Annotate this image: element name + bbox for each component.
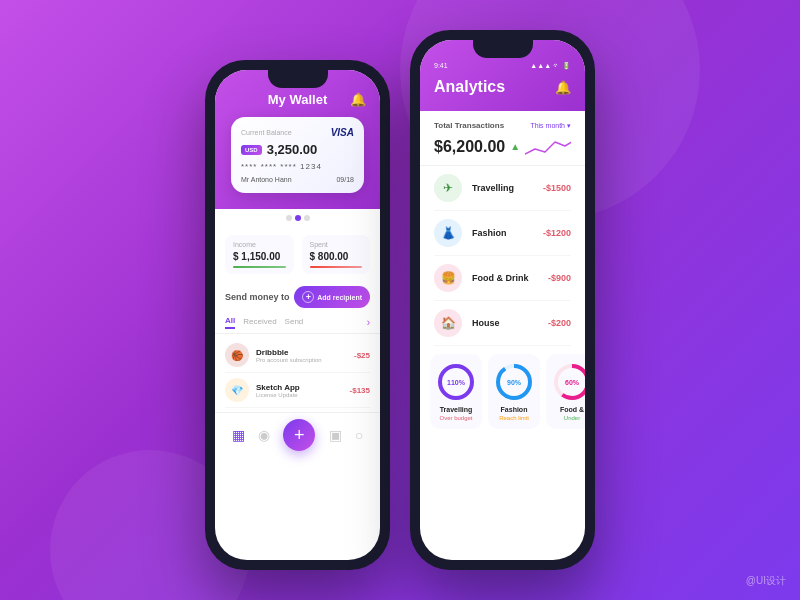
phone-1: My Wallet 🔔 Current Balance VISA USD 3,2… [205, 60, 390, 570]
sketch-name: Sketch App [256, 383, 350, 392]
fashion-budget-label: Fashion [494, 406, 534, 413]
budget-card-travelling: 110% Travelling Over budget [430, 354, 482, 429]
sketch-icon: 💎 [225, 378, 249, 402]
dribbble-info: Dribbble Pro account subscription [256, 348, 354, 363]
phone-2: 9:41 ▲▲▲ ᯤ 🔋 Analytics 🔔 Total Transacti… [410, 30, 595, 570]
tabs-arrow-icon: › [367, 317, 370, 328]
list-item: 🏠 House -$200 [434, 301, 571, 346]
fashion-budget-status: Reach limit [494, 415, 534, 421]
list-item: 🍔 Food & Drink -$900 [434, 256, 571, 301]
status-bar: 9:41 ▲▲▲ ᯤ 🔋 [434, 62, 571, 70]
travelling-amount: -$1500 [543, 183, 571, 193]
status-time: 9:41 [434, 62, 448, 70]
travel-icon: ✈ [434, 174, 462, 202]
fashion-icon: 👗 [434, 219, 462, 247]
sketch-amount: -$135 [350, 386, 370, 395]
up-arrow-icon: ▲ [510, 141, 520, 152]
dot-3 [304, 215, 310, 221]
food-budget-status: Under [552, 415, 585, 421]
card-indicator-dots [215, 215, 380, 221]
fashion-amount: -$1200 [543, 228, 571, 238]
dribbble-amount: -$25 [354, 351, 370, 360]
sketch-info: Sketch App License Update [256, 383, 350, 398]
filter-chevron-icon: ▾ [567, 122, 571, 130]
nav-chart-icon[interactable]: ◉ [258, 427, 270, 443]
travelling-budget-status: Over budget [436, 415, 476, 421]
nav-plus-button[interactable]: + [283, 419, 315, 451]
card-holder-name: Mr Antono Hann [241, 176, 292, 183]
phone-1-title: My Wallet [229, 92, 366, 107]
dot-2 [295, 215, 301, 221]
plus-icon: + [302, 291, 314, 303]
dot-1 [286, 215, 292, 221]
house-amount: -$200 [548, 318, 571, 328]
sparkline-chart [525, 134, 571, 159]
watermark: @UI设计 [746, 574, 786, 588]
phones-container: My Wallet 🔔 Current Balance VISA USD 3,2… [205, 30, 595, 570]
card-balance: 3,250.00 [267, 142, 318, 157]
income-bar [233, 266, 286, 268]
tab-received[interactable]: Received [243, 317, 276, 328]
wallet-card: Current Balance VISA USD 3,250.00 **** *… [231, 117, 364, 193]
travelling-budget-label: Travelling [436, 406, 476, 413]
income-value: $ 1,150.00 [233, 251, 286, 262]
transaction-tabs: All Received Send › [215, 314, 380, 334]
list-item: ✈ Travelling -$1500 [434, 166, 571, 211]
spent-box: Spent $ 800.00 [302, 235, 371, 274]
house-label: House [472, 318, 548, 328]
food-icon: 🍔 [434, 264, 462, 292]
fashion-percent: 90% [507, 379, 521, 386]
food-amount: -$900 [548, 273, 571, 283]
card-number: **** **** **** 1234 [241, 162, 354, 171]
add-recipient-label: Add recipient [317, 294, 362, 301]
card-expiry: 09/18 [336, 176, 354, 183]
total-amount: $6,200.00 [434, 138, 505, 156]
phone-2-notch [473, 40, 533, 58]
analytics-bell-icon: 🔔 [555, 80, 571, 95]
sketch-sub: License Update [256, 392, 350, 398]
send-section: Send money to + Add recipient [215, 282, 380, 314]
budget-card-food: 60% Food & Under [546, 354, 585, 429]
income-label: Income [233, 241, 286, 248]
phone-1-header: My Wallet 🔔 Current Balance VISA USD 3,2… [215, 70, 380, 209]
table-row: 🏀 Dribbble Pro account subscription -$25 [225, 338, 370, 373]
food-budget-label: Food & [552, 406, 585, 413]
phone-2-screen: 9:41 ▲▲▲ ᯤ 🔋 Analytics 🔔 Total Transacti… [420, 40, 585, 560]
fashion-label: Fashion [472, 228, 543, 238]
income-box: Income $ 1,150.00 [225, 235, 294, 274]
visa-logo: VISA [331, 127, 354, 138]
budget-card-fashion: 90% Fashion Reach limit [488, 354, 540, 429]
nav-user-icon[interactable]: ○ [355, 427, 363, 443]
dribbble-icon: 🏀 [225, 343, 249, 367]
phone-1-bell: 🔔 [350, 92, 366, 107]
spent-label: Spent [310, 241, 363, 248]
stats-row: Income $ 1,150.00 Spent $ 800.00 [215, 227, 380, 282]
list-item: 👗 Fashion -$1200 [434, 211, 571, 256]
travelling-percent: 110% [447, 379, 465, 386]
tab-all[interactable]: All [225, 316, 235, 329]
total-transactions-section: Total Transactions This month ▾ $6,200.0… [420, 111, 585, 166]
usd-badge: USD [241, 145, 262, 155]
phone-1-notch [268, 70, 328, 88]
house-icon: 🏠 [434, 309, 462, 337]
nav-wallet-icon[interactable]: ▦ [232, 427, 245, 443]
travelling-label: Travelling [472, 183, 543, 193]
analytics-title: Analytics [434, 78, 505, 96]
send-label: Send money to [225, 292, 290, 302]
bottom-nav: ▦ ◉ + ▣ ○ [215, 412, 380, 459]
total-tx-label: Total Transactions [434, 121, 504, 130]
transaction-list: 🏀 Dribbble Pro account subscription -$25… [215, 334, 380, 412]
dribbble-sub: Pro account subscription [256, 357, 354, 363]
time-filter[interactable]: This month ▾ [530, 122, 571, 130]
food-label: Food & Drink [472, 273, 548, 283]
spent-value: $ 800.00 [310, 251, 363, 262]
nav-monitor-icon[interactable]: ▣ [329, 427, 342, 443]
phone-1-screen: My Wallet 🔔 Current Balance VISA USD 3,2… [215, 70, 380, 560]
category-list: ✈ Travelling -$1500 👗 Fashion -$1200 🍔 F… [420, 166, 585, 346]
budget-row: 110% Travelling Over budget 90% Fashion [420, 346, 585, 437]
spent-bar [310, 266, 363, 268]
table-row: 💎 Sketch App License Update -$135 [225, 373, 370, 408]
add-recipient-button[interactable]: + Add recipient [294, 286, 370, 308]
tab-send[interactable]: Send [285, 317, 304, 328]
card-label: Current Balance [241, 129, 292, 136]
